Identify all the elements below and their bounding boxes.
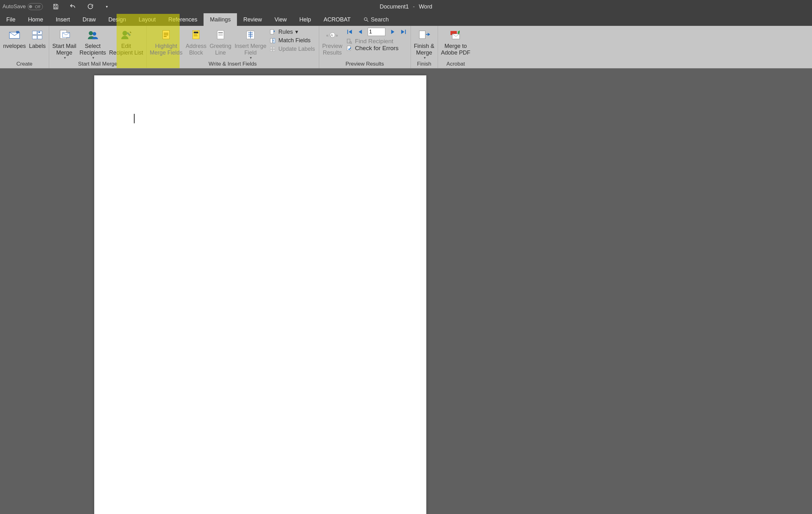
greeting-line-icon bbox=[214, 29, 227, 41]
group-label-finish: Finish bbox=[413, 60, 436, 68]
svg-text:»: » bbox=[336, 33, 338, 38]
tab-view[interactable]: View bbox=[268, 13, 293, 26]
find-recipient-icon bbox=[346, 38, 353, 45]
tab-insert[interactable]: Insert bbox=[50, 13, 76, 26]
svg-point-23 bbox=[89, 31, 93, 35]
insert-merge-field-icon bbox=[244, 29, 257, 41]
address-block-button[interactable]: Address Block bbox=[184, 26, 208, 56]
mail-merge-icon bbox=[58, 29, 70, 41]
document-page[interactable] bbox=[94, 75, 426, 514]
preview-icon: «A» bbox=[326, 29, 339, 41]
start-mail-merge-button[interactable]: Start Mail Merge▾ bbox=[51, 26, 78, 60]
svg-rect-18 bbox=[32, 36, 36, 39]
edit-recipient-list-button[interactable]: Edit Recipient List bbox=[108, 26, 144, 56]
tab-help[interactable]: Help bbox=[293, 13, 317, 26]
group-label-preview: Preview Results bbox=[321, 60, 409, 68]
redo-icon[interactable] bbox=[86, 2, 94, 11]
rules-button[interactable]: Rules ▾ bbox=[269, 28, 315, 35]
tab-design[interactable]: Design bbox=[102, 13, 132, 26]
document-area[interactable] bbox=[0, 69, 812, 514]
svg-rect-44 bbox=[270, 38, 272, 43]
labels-button[interactable]: Labels bbox=[28, 26, 47, 50]
group-label-write: Write & Insert Fields bbox=[148, 60, 317, 68]
merge-pdf-icon bbox=[449, 29, 462, 41]
finish-merge-button[interactable]: Finish & Merge▾ bbox=[413, 26, 436, 60]
search-box[interactable]: Search bbox=[363, 13, 389, 26]
svg-rect-54 bbox=[347, 30, 348, 34]
autosave-toggle[interactable]: AutoSave Off bbox=[2, 3, 43, 10]
group-finish: Finish & Merge▾ Finish bbox=[411, 26, 438, 68]
autosave-label: AutoSave bbox=[2, 3, 26, 10]
svg-rect-37 bbox=[219, 35, 223, 36]
tab-mailings[interactable]: Mailings bbox=[204, 13, 237, 26]
svg-line-13 bbox=[367, 20, 368, 22]
svg-rect-35 bbox=[219, 32, 223, 33]
svg-line-58 bbox=[351, 43, 352, 44]
envelope-icon bbox=[8, 29, 21, 41]
svg-rect-19 bbox=[37, 36, 42, 39]
search-icon bbox=[363, 17, 369, 22]
chevron-down-icon: ▾ bbox=[250, 56, 252, 60]
app-name: Word bbox=[419, 3, 432, 10]
check-for-errors-button[interactable]: Check for Errors bbox=[346, 45, 407, 52]
tab-draw[interactable]: Draw bbox=[76, 13, 102, 26]
ribbon: nvelopes Labels Create Start Mail Merge▾ bbox=[0, 26, 812, 69]
first-record-button[interactable] bbox=[346, 28, 353, 35]
finish-merge-icon bbox=[418, 29, 430, 41]
window-title: Document1 - Word bbox=[380, 3, 432, 10]
preview-results-button[interactable]: «A» Preview Results bbox=[321, 26, 344, 56]
svg-point-25 bbox=[122, 31, 127, 36]
svg-rect-28 bbox=[164, 34, 168, 35]
envelopes-button[interactable]: nvelopes bbox=[2, 26, 27, 50]
svg-point-24 bbox=[93, 32, 96, 36]
find-recipient-button[interactable]: Find Recipient bbox=[346, 38, 407, 45]
highlight-merge-fields-button[interactable]: Highlight Merge Fields bbox=[148, 26, 184, 56]
recipients-icon bbox=[86, 29, 99, 41]
svg-rect-60 bbox=[419, 31, 425, 39]
tab-acrobat[interactable]: ACROBAT bbox=[317, 13, 357, 26]
qat-customize-icon[interactable]: ▾ bbox=[103, 2, 111, 11]
tab-home[interactable]: Home bbox=[22, 13, 50, 26]
svg-rect-34 bbox=[217, 31, 224, 39]
svg-rect-31 bbox=[194, 31, 198, 33]
svg-rect-29 bbox=[164, 36, 167, 37]
group-create: nvelopes Labels Create bbox=[0, 26, 49, 68]
svg-rect-17 bbox=[37, 31, 42, 34]
group-acrobat: Merge to Adobe PDF Acrobat bbox=[438, 26, 473, 68]
next-record-button[interactable] bbox=[389, 28, 396, 35]
group-start-mail-merge: Start Mail Merge▾ Select Recipients▾ Edi… bbox=[49, 26, 147, 68]
autosave-switch[interactable]: Off bbox=[28, 3, 43, 10]
svg-rect-20 bbox=[38, 31, 40, 33]
svg-rect-46 bbox=[270, 47, 272, 49]
record-number-input[interactable] bbox=[368, 28, 385, 36]
update-labels-button[interactable]: Update Labels bbox=[269, 46, 315, 52]
title-bar: AutoSave Off ▾ Document1 - Word bbox=[0, 0, 812, 13]
merge-to-pdf-button[interactable]: Merge to Adobe PDF bbox=[440, 26, 472, 56]
tab-layout[interactable]: Layout bbox=[132, 13, 162, 26]
labels-icon bbox=[31, 29, 44, 41]
greeting-line-button[interactable]: Greeting Line bbox=[208, 26, 233, 56]
ribbon-tabs: File Home Insert Draw Design Layout Refe… bbox=[0, 13, 812, 26]
address-block-icon bbox=[190, 29, 202, 41]
last-record-button[interactable] bbox=[400, 28, 407, 35]
check-errors-icon bbox=[346, 45, 353, 51]
tab-references[interactable]: References bbox=[162, 13, 204, 26]
svg-rect-33 bbox=[194, 36, 198, 36]
tab-file[interactable]: File bbox=[0, 13, 22, 26]
undo-icon[interactable] bbox=[69, 2, 77, 11]
select-recipients-button[interactable]: Select Recipients▾ bbox=[78, 26, 107, 60]
svg-rect-16 bbox=[32, 31, 36, 34]
match-fields-button[interactable]: Match Fields bbox=[269, 37, 315, 44]
prev-record-button[interactable] bbox=[357, 28, 364, 35]
insert-merge-field-button[interactable]: Insert Merge Field▾ bbox=[233, 26, 267, 60]
group-write-insert-fields: Highlight Merge Fields Address Block Gre… bbox=[147, 26, 319, 68]
edit-recipients-icon bbox=[120, 29, 132, 41]
svg-point-12 bbox=[364, 18, 367, 21]
update-labels-icon bbox=[269, 46, 276, 52]
chevron-down-icon: ▾ bbox=[64, 56, 66, 60]
group-label-create: Create bbox=[2, 60, 47, 68]
tab-review[interactable]: Review bbox=[237, 13, 268, 26]
chevron-down-icon: ▾ bbox=[424, 56, 426, 60]
save-icon[interactable] bbox=[52, 2, 60, 11]
search-placeholder: Search bbox=[371, 17, 389, 23]
